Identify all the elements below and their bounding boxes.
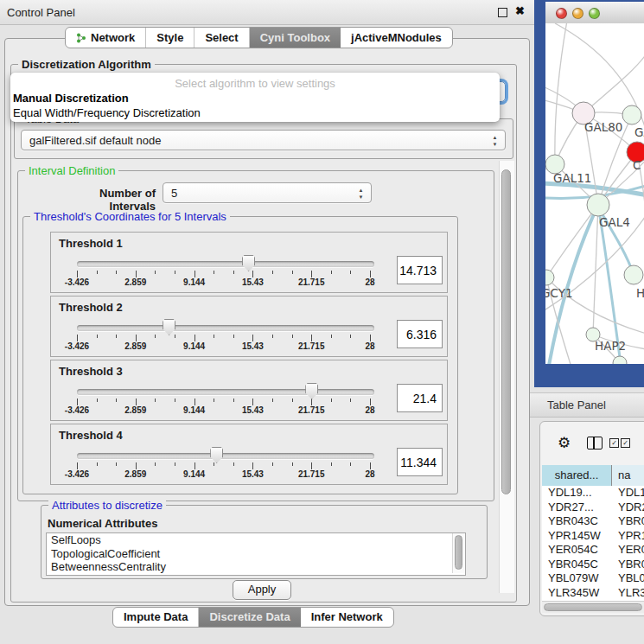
checkbox-icon[interactable]: ✓ bbox=[609, 438, 619, 448]
table-row[interactable]: YER054C YER0 bbox=[542, 543, 644, 558]
network-node[interactable] bbox=[545, 270, 554, 285]
threshold-value-field[interactable] bbox=[397, 448, 443, 476]
table-row[interactable]: YLR345W YLR3 bbox=[542, 586, 644, 601]
dropdown-item-manual-discretization[interactable]: Manual Discretization bbox=[13, 92, 129, 105]
apply-button-label: Apply bbox=[248, 583, 277, 596]
tab-select[interactable]: Select bbox=[194, 28, 249, 48]
window-zoom-button[interactable] bbox=[589, 8, 600, 19]
threshold-slider[interactable]: -3.4262.8599.14415.4321.71528 bbox=[51, 233, 447, 292]
attributes-list-scrollbar[interactable] bbox=[452, 533, 464, 573]
cell-name[interactable]: YPR1 bbox=[610, 529, 644, 544]
cell-name[interactable]: YBL0 bbox=[610, 571, 644, 586]
slider-tick bbox=[370, 335, 371, 341]
threshold-slider[interactable]: -3.4262.8599.14415.4321.71528 bbox=[51, 296, 447, 356]
settings-scrollbar[interactable] bbox=[499, 161, 514, 593]
table-horizontal-scrollbar-thumb[interactable] bbox=[544, 603, 642, 611]
threshold-value-field[interactable] bbox=[397, 320, 443, 348]
cell-shared-name[interactable]: YPR145W bbox=[542, 529, 610, 544]
threshold-value-field[interactable] bbox=[397, 384, 443, 412]
columns-icon[interactable] bbox=[587, 437, 603, 450]
network-node-label: GA bbox=[634, 125, 644, 139]
slider-tick bbox=[311, 271, 312, 277]
network-canvas[interactable]: GAL80GACGAL11GAL4GCY1HHAP2 bbox=[545, 23, 644, 364]
tab-network-label: Network bbox=[91, 28, 135, 48]
gear-icon[interactable]: ⚙ bbox=[558, 434, 571, 452]
slider-tick bbox=[116, 462, 117, 466]
slider-tick bbox=[194, 271, 195, 277]
network-window-titlebar[interactable] bbox=[545, 2, 644, 24]
cell-shared-name[interactable]: YLR345W bbox=[542, 586, 610, 601]
numerical-attributes-list[interactable]: SelfLoopsTopologicalCoefficientBetweenne… bbox=[46, 532, 466, 576]
window-minimize-button[interactable] bbox=[572, 8, 583, 19]
thresholds-group-label: Threshold's Coordinates for 5 Intervals bbox=[30, 210, 230, 223]
attributes-list-scrollbar-thumb[interactable] bbox=[455, 535, 462, 570]
cell-shared-name[interactable]: YDR27... bbox=[542, 501, 610, 515]
tab-cyni-toolbox[interactable]: Cyni Toolbox bbox=[250, 28, 341, 48]
slider-tick bbox=[311, 399, 312, 405]
table-row[interactable]: YBL079W YBL0 bbox=[542, 571, 644, 586]
attribute-list-item[interactable]: SelfLoops bbox=[47, 533, 465, 547]
settings-scrollbar-thumb[interactable] bbox=[501, 169, 511, 494]
table-horizontal-scrollbar[interactable] bbox=[542, 601, 644, 613]
network-node[interactable] bbox=[624, 265, 643, 284]
float-window-icon[interactable] bbox=[498, 8, 507, 17]
table-row[interactable]: YBR045C YBR0 bbox=[542, 558, 644, 572]
cell-name[interactable]: YER0 bbox=[610, 543, 644, 558]
tab-network[interactable]: Network bbox=[66, 28, 146, 48]
slider-tick bbox=[331, 335, 332, 338]
close-icon[interactable]: ✖ bbox=[515, 4, 525, 17]
table-rows: YDL19... YDL1 YDR27... YDR2 YBR043C YBR0… bbox=[542, 486, 644, 601]
network-edge[interactable] bbox=[583, 54, 644, 113]
slider-thumb[interactable] bbox=[163, 319, 175, 335]
dropdown-item-equal-width[interactable]: Equal Width/Frequency Discretization bbox=[13, 106, 201, 119]
slider-thumb[interactable] bbox=[305, 383, 318, 399]
window-close-button[interactable] bbox=[556, 8, 567, 19]
table-data-combo[interactable]: galFiltered.sif default node ▲▼ bbox=[21, 130, 506, 150]
slider-thumb[interactable] bbox=[210, 447, 223, 463]
threshold-slider[interactable]: -3.4262.8599.14415.4321.71528 bbox=[51, 424, 447, 484]
cell-name[interactable]: YDL1 bbox=[610, 486, 644, 501]
dropdown-placeholder-item[interactable]: Select algorithm to view settings bbox=[10, 77, 500, 90]
table-row[interactable]: YDL19... YDL1 bbox=[542, 486, 644, 501]
slider-tick bbox=[370, 462, 371, 469]
cell-shared-name[interactable]: YBR043C bbox=[542, 514, 610, 529]
tab-cyni-toolbox-label: Cyni Toolbox bbox=[260, 28, 330, 48]
cell-name[interactable]: YDR2 bbox=[610, 501, 644, 515]
threshold-slider[interactable]: -3.4262.8599.14415.4321.71528 bbox=[51, 360, 447, 420]
cell-name[interactable]: YLR3 bbox=[610, 586, 644, 601]
cell-shared-name[interactable]: YDL19... bbox=[542, 486, 610, 501]
checkbox-icon[interactable]: ✓ bbox=[621, 438, 630, 448]
cell-name[interactable]: YBR0 bbox=[610, 514, 644, 529]
slider-track[interactable] bbox=[77, 453, 374, 459]
table-header-shared-name[interactable]: shared... bbox=[542, 465, 612, 486]
cell-name[interactable]: YBR0 bbox=[610, 558, 644, 572]
number-of-intervals-combo[interactable]: 5 ▲▼ bbox=[163, 182, 372, 203]
slider-tick bbox=[252, 271, 253, 277]
network-node[interactable] bbox=[622, 105, 641, 124]
tab-infer-network[interactable]: Infer Network bbox=[301, 608, 393, 627]
slider-tick-label: 9.144 bbox=[169, 469, 220, 479]
network-node[interactable] bbox=[587, 194, 609, 216]
tab-style[interactable]: Style bbox=[146, 28, 194, 48]
cell-shared-name[interactable]: YBR045C bbox=[542, 558, 610, 572]
table-row[interactable]: YBR043C YBR0 bbox=[542, 514, 644, 529]
slider-thumb[interactable] bbox=[242, 255, 255, 271]
tab-discretize-data[interactable]: Discretize Data bbox=[199, 608, 300, 627]
slider-track[interactable] bbox=[77, 261, 374, 267]
algorithm-dropdown-popup: Select algorithm to view settings Manual… bbox=[10, 73, 500, 122]
tab-jactivemnodules[interactable]: jActiveMNodules bbox=[341, 28, 452, 48]
number-of-intervals-label: Number of Intervals bbox=[52, 187, 156, 213]
tab-impute-data[interactable]: Impute Data bbox=[113, 608, 199, 627]
table-row[interactable]: YPR145W YPR1 bbox=[542, 529, 644, 544]
tab-discretize-data-label: Discretize Data bbox=[209, 608, 290, 627]
threshold-value-field[interactable] bbox=[397, 256, 443, 284]
slider-track[interactable] bbox=[77, 389, 374, 395]
attribute-list-item[interactable]: BetweennessCentrality bbox=[47, 560, 465, 574]
apply-button[interactable]: Apply bbox=[233, 580, 291, 600]
attribute-list-item[interactable]: TopologicalCoefficient bbox=[47, 547, 465, 561]
cell-shared-name[interactable]: YBL079W bbox=[542, 571, 610, 586]
cell-shared-name[interactable]: YER054C bbox=[542, 543, 610, 558]
table-row[interactable]: YDR27... YDR2 bbox=[542, 501, 644, 515]
table-header-name[interactable]: na bbox=[612, 465, 644, 486]
slider-track[interactable] bbox=[77, 325, 374, 331]
